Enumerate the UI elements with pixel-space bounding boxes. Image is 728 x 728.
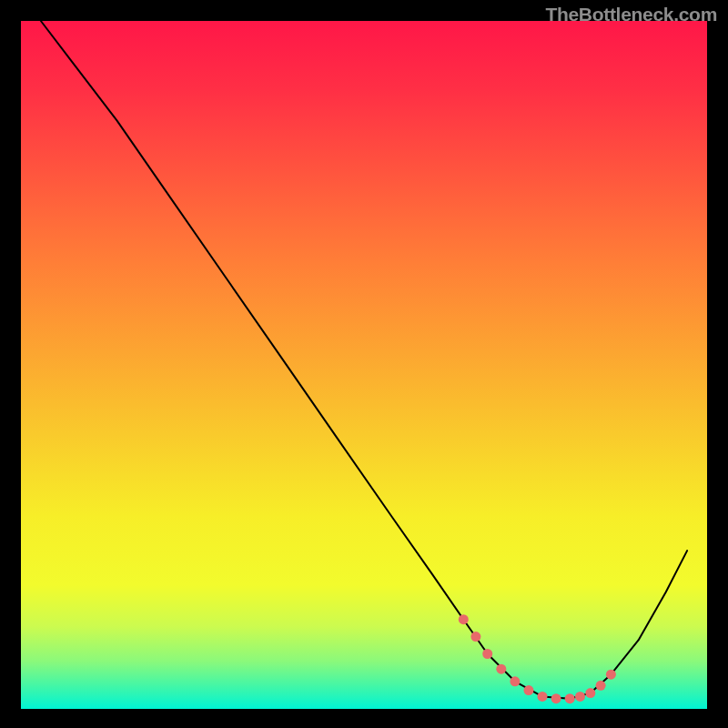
highlight-dot (575, 692, 585, 702)
chart-svg (0, 0, 728, 728)
plot-background (21, 21, 707, 709)
highlight-dot (538, 692, 548, 702)
highlight-dot (606, 670, 616, 680)
highlight-dot (459, 614, 469, 624)
highlight-dot (510, 676, 520, 686)
highlight-dot (551, 693, 561, 703)
chart-container: TheBottleneck.com (0, 0, 728, 728)
attribution-label: TheBottleneck.com (545, 4, 717, 25)
highlight-dot (470, 632, 480, 642)
highlight-dot (565, 693, 575, 703)
highlight-dot (524, 685, 534, 695)
highlight-dot (496, 664, 506, 674)
highlight-dot (596, 681, 606, 691)
highlight-dot (585, 688, 595, 698)
highlight-dot (482, 649, 492, 659)
